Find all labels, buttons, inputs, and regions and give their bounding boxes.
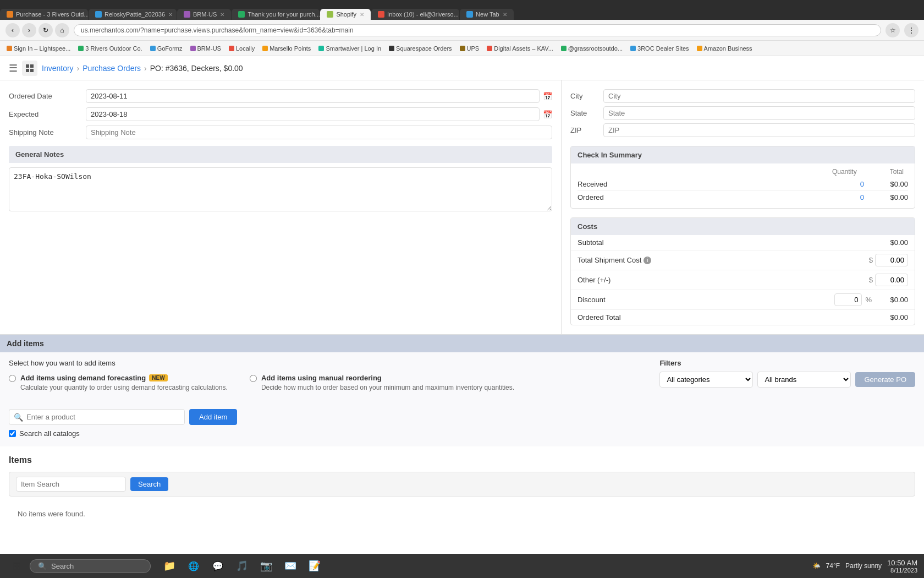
forward-button[interactable]: › (22, 23, 36, 37)
state-input[interactable] (603, 106, 915, 120)
discount-qty-input[interactable] (834, 293, 862, 306)
zip-input[interactable] (603, 123, 915, 137)
radio-manual-input[interactable] (250, 375, 257, 382)
add-items-section: Add items Select how you want to add ite… (0, 334, 924, 446)
svg-rect-3 (30, 69, 34, 72)
bookmark-favicon (150, 46, 156, 51)
bookmark-favicon (78, 46, 84, 51)
bookmark-favicon (487, 46, 492, 51)
tab-close-relosky[interactable]: ✕ (168, 12, 173, 18)
tab-favicon (184, 11, 190, 18)
expected-input[interactable] (86, 107, 540, 121)
items-search-input[interactable] (16, 477, 126, 492)
reload-button[interactable]: ↻ (38, 23, 53, 37)
discount-pct-symbol: % (865, 296, 872, 304)
bookmark-button[interactable]: ☆ (886, 23, 900, 37)
product-search-icon: 🔍 (14, 413, 23, 422)
url-bar[interactable]: us.merchantos.com/?name=purchase.views.p… (74, 24, 881, 36)
bookmark-amazon[interactable]: Amazon Business (695, 44, 755, 53)
bookmark-ups[interactable]: UPS (458, 44, 482, 53)
ordered-date-calendar-icon[interactable]: 📅 (543, 92, 552, 101)
search-all-catalogs-label[interactable]: Search all catalogs (19, 429, 80, 438)
bookmark-smartwaiver[interactable]: Smartwaiver | Log In (316, 44, 383, 53)
bookmark-favicon (190, 46, 196, 51)
tab-close-newtab[interactable]: ✕ (503, 12, 507, 18)
tab-shopify[interactable]: Shopify ✕ (320, 9, 371, 20)
svg-rect-1 (30, 64, 34, 68)
breadcrumb-inventory[interactable]: Inventory (42, 64, 74, 73)
shipment-info-icon[interactable]: i (644, 257, 651, 264)
bookmark-marsello[interactable]: Marsello Points (260, 44, 313, 53)
bookmark-favicon (630, 46, 636, 51)
total-col-header: Total (890, 168, 904, 176)
bookmark-locally[interactable]: Locally (227, 44, 257, 53)
tab-close-shopify[interactable]: ✕ (360, 12, 364, 18)
expected-calendar-icon[interactable]: 📅 (543, 110, 552, 119)
tab-brm[interactable]: BRM-US ✕ (177, 9, 231, 20)
costs-section: Costs Subtotal $0.00 Total Shipment Cost… (570, 217, 915, 325)
taskbar-app-explorer[interactable]: 📁 (158, 555, 180, 577)
subtotal-row: Subtotal $0.00 (571, 235, 915, 250)
search-all-catalogs-checkbox[interactable] (9, 430, 16, 437)
extension-button[interactable]: ⋮ (904, 23, 919, 37)
city-input[interactable] (603, 89, 915, 103)
tab-close-brm[interactable]: ✕ (220, 12, 224, 18)
bookmark-goformz[interactable]: GoFormz (148, 44, 185, 53)
taskbar-app-music[interactable]: 🎵 (231, 555, 253, 577)
bookmark-digital-assets[interactable]: Digital Assets – KAV... (485, 44, 556, 53)
radio-demand-input[interactable] (9, 375, 16, 382)
general-notes-section: General Notes 23FA-Hoka-SOWilson (9, 146, 552, 213)
taskbar-search-icon: 🔍 (38, 562, 47, 570)
taskbar-app-camera[interactable]: 📷 (255, 555, 277, 577)
no-items-message: No items were found. (9, 501, 915, 527)
tab-inbox[interactable]: Inbox (10) - eli@3riverso... ✕ (371, 9, 459, 20)
taskbar-search[interactable]: 🔍 Search (30, 559, 151, 573)
back-button[interactable]: ‹ (6, 23, 20, 37)
tab-thankyou[interactable]: Thank you for your purch... ✕ (232, 9, 320, 20)
zip-row: ZIP (570, 123, 915, 137)
shipping-note-input[interactable] (86, 126, 552, 139)
taskbar-app-chrome[interactable]: 🌐 (183, 555, 205, 577)
bookmark-3roc[interactable]: 3ROC Dealer Sites (628, 44, 691, 53)
radio-option-manual[interactable]: Add items using manual reordering Decide… (250, 374, 514, 391)
bookmark-grassroots[interactable]: @grassrootsoutdo... (559, 44, 625, 53)
brand-select[interactable]: All brands (757, 372, 851, 388)
weather-desc: Partly sunny (845, 562, 882, 570)
product-search-input[interactable] (23, 410, 180, 424)
generate-po-button[interactable]: Generate PO (855, 372, 915, 387)
windows-logo-icon: ⊞ (12, 559, 21, 572)
city-label: City (570, 92, 603, 100)
breadcrumb-sep2: › (144, 64, 147, 73)
other-value-input[interactable] (875, 274, 908, 286)
tab-purchase[interactable]: Purchase - 3 Rivers Outd... ✕ (0, 9, 88, 20)
tab-relosky[interactable]: ReloskyPattie_202036 ✕ (89, 9, 177, 20)
taskbar-app-teams[interactable]: 💬 (207, 555, 229, 577)
bookmark-brmUS[interactable]: BRM-US (188, 44, 223, 53)
shipment-value-input[interactable] (875, 254, 908, 266)
category-select[interactable]: All categories (659, 372, 753, 388)
received-qty: 0 (820, 180, 864, 188)
bookmark-signin[interactable]: Sign In – Lightspee... (4, 44, 73, 53)
taskbar-app-word[interactable]: 📝 (304, 555, 326, 577)
check-in-summary-header: Check In Summary (571, 146, 915, 163)
city-row: City (570, 89, 915, 103)
tab-favicon (378, 11, 384, 18)
home-button[interactable]: ⌂ (55, 23, 69, 37)
taskbar-app-mail[interactable]: ✉️ (279, 555, 301, 577)
tab-newtab[interactable]: New Tab ✕ (460, 9, 514, 20)
new-badge: NEW (149, 374, 167, 381)
items-search-button[interactable]: Search (130, 477, 168, 491)
breadcrumb-purchase-orders[interactable]: Purchase Orders (82, 64, 141, 73)
bookmark-3rivers[interactable]: 3 Rivers Outdoor Co. (76, 44, 144, 53)
hamburger-menu[interactable]: ☰ (9, 62, 18, 74)
product-search-wrap: 🔍 (9, 409, 185, 425)
ordered-date-input[interactable] (86, 89, 540, 103)
add-item-button[interactable]: Add item (189, 409, 237, 425)
ordered-total-label: Ordered Total (578, 313, 875, 321)
general-notes-textarea[interactable]: 23FA-Hoka-SOWilson (9, 167, 552, 211)
start-button[interactable]: ⊞ (7, 556, 26, 576)
radio-option-demand[interactable]: Add items using demand forecasting NEW C… (9, 374, 228, 391)
bookmark-squarespace[interactable]: Squarespace Orders (387, 44, 454, 53)
breadcrumb-sep1: › (77, 64, 80, 73)
items-header-text: Items (9, 455, 915, 465)
